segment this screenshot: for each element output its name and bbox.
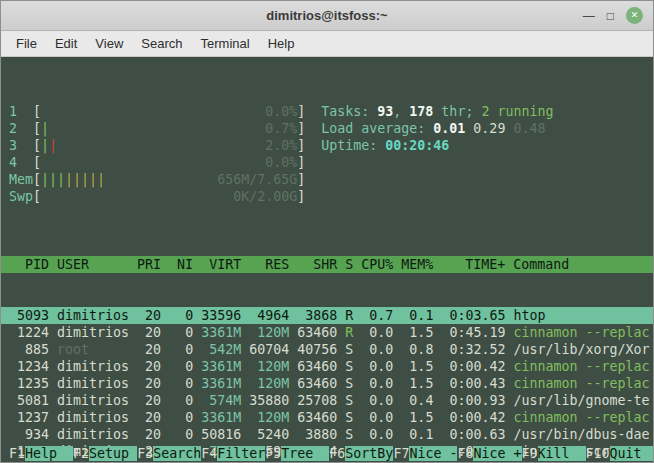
cell-pri: 20 (137, 342, 169, 357)
fkey-key: F3 (137, 446, 153, 461)
fkey-bar: F1Help F2Setup F3SearchF4FilterF5Tree F6… (9, 445, 653, 462)
fkey-key: F7 (393, 446, 409, 461)
cell-pid: 1235 (9, 376, 57, 391)
menu-edit[interactable]: Edit (46, 33, 86, 54)
tasks-summary: Tasks: 93, 178 thr; 2 running (321, 104, 553, 119)
maximize-icon[interactable]: □ (607, 8, 614, 24)
cell-cpu: 0.0 (361, 376, 401, 391)
cell-pid: 5081 (9, 393, 57, 408)
meter-value: 0.0% (265, 154, 297, 171)
fkey-f2[interactable]: F2Setup (73, 446, 137, 461)
menu-terminal[interactable]: Terminal (192, 33, 259, 54)
fkey-f5[interactable]: F5Tree (265, 446, 329, 461)
cell-cpu: 0.0 (361, 359, 401, 374)
cell-res: 120M (249, 376, 297, 391)
stat-segment: 0.29 (473, 121, 513, 136)
titlebar[interactable]: dimitrios@itsfoss:~ — □ ✕ (1, 1, 653, 31)
terminal[interactable]: 1 [0.0%] Tasks: 93, 178 thr; 2 running2 … (1, 57, 653, 462)
cell-cmd: cinnamon --replac (513, 376, 649, 391)
cpu-meter-3: 3 [||2.0%] Uptime: 00:20:46 (9, 137, 653, 154)
fkey-f10[interactable]: F10Quit (586, 446, 653, 461)
cell-virt: 33596 (201, 308, 249, 323)
fkey-key: F8 (457, 446, 473, 461)
cell-res: 5240 (249, 427, 297, 442)
fkey-f8[interactable]: F8Nice + (457, 446, 521, 461)
cell-time: 0:00.42 (441, 359, 513, 374)
cell-shr: 3868 (297, 308, 345, 323)
terminal-window: dimitrios@itsfoss:~ — □ ✕ File Edit View… (0, 0, 654, 463)
cell-ni: 0 (169, 308, 201, 323)
cell-time: 0:00.63 (441, 427, 513, 442)
stat-segment: 2 running (481, 104, 553, 119)
meter-bar: ||2.0% (41, 137, 297, 154)
process-row-934[interactable]: 934 dimitrios 20 0 50816 5240 3880 S 0.0… (9, 426, 653, 443)
process-row-1235[interactable]: 1235 dimitrios 20 0 3361M 120M 63460 S 0… (9, 375, 653, 392)
stat-segment: 0.48 (513, 121, 545, 136)
close-icon[interactable]: ✕ (626, 7, 643, 24)
fkey-f3[interactable]: F3Search (137, 446, 201, 461)
cell-ni: 0 (169, 410, 201, 425)
meter-bracket: ] (297, 121, 305, 136)
cell-mem: 1.5 (401, 359, 441, 374)
process-row-1224[interactable]: 1224 dimitrios 20 0 3361M 120M 63460 R 0… (9, 324, 653, 341)
cell-res: 60704 (249, 342, 297, 357)
cell-ni: 0 (169, 393, 201, 408)
cell-pid: 934 (9, 427, 57, 442)
fkey-label: Quit (610, 446, 653, 461)
fkey-key: F10 (586, 446, 610, 461)
cell-time: 0:00.42 (441, 410, 513, 425)
fkey-label: Setup (89, 446, 137, 461)
cell-ni: 0 (169, 427, 201, 442)
meter-mark: ||| (41, 172, 65, 187)
cell-cmd: cinnamon --replac (513, 410, 649, 425)
cell-res: 4964 (249, 308, 297, 323)
cell-pri: 20 (137, 376, 169, 391)
fkey-key: F9 (522, 446, 538, 461)
cell-virt: 50816 (201, 427, 249, 442)
stat-segment: thr (433, 104, 465, 119)
cell-pid: 885 (9, 342, 57, 357)
menu-search[interactable]: Search (132, 33, 191, 54)
cell-cpu: 0.0 (361, 410, 401, 425)
fkey-f7[interactable]: F7Nice - (393, 446, 457, 461)
cell-virt: 542M (201, 342, 249, 357)
process-row-1237[interactable]: 1237 dimitrios 20 0 3361M 120M 63460 S 0… (9, 409, 653, 426)
cell-res: 120M (249, 359, 297, 374)
fkey-label: Kill (538, 446, 586, 461)
fkey-label: Help (25, 446, 73, 461)
meter-mark: | (41, 121, 49, 136)
cell-cpu: 0.0 (361, 427, 401, 442)
cell-s: S (345, 393, 361, 408)
process-row-885[interactable]: 885 root 20 0 542M 60704 40756 S 0.0 0.8… (9, 341, 653, 358)
cell-res: 35880 (249, 393, 297, 408)
cell-mem: 1.5 (401, 325, 441, 340)
meter-bracket: ] (297, 104, 305, 119)
process-table-header[interactable]: PID USER PRI NI VIRT RES SHR S CPU% MEM%… (1, 256, 653, 273)
meter-bar: |0.7% (41, 120, 297, 137)
cell-pri: 20 (137, 393, 169, 408)
menu-help[interactable]: Help (259, 33, 304, 54)
fkey-f9[interactable]: F9Kill (522, 446, 586, 461)
process-row-1234[interactable]: 1234 dimitrios 20 0 3361M 120M 63460 S 0… (9, 358, 653, 375)
cell-ni: 0 (169, 325, 201, 340)
meter-caption: Swp (9, 189, 33, 204)
cpu-meter-1: 1 [0.0%] Tasks: 93, 178 thr; 2 running (9, 103, 653, 120)
cell-virt: 3361M (201, 376, 249, 391)
cell-time: 0:00.43 (441, 376, 513, 391)
cell-user: dimitrios (57, 427, 137, 442)
cell-shr: 3880 (297, 427, 345, 442)
process-row-5081[interactable]: 5081 dimitrios 20 0 574M 35880 25708 S 0… (9, 392, 653, 409)
fkey-f1[interactable]: F1Help (9, 446, 73, 461)
process-row-5093[interactable]: 5093 dimitrios 20 0 33596 4964 3868 R 0.… (1, 307, 653, 324)
fkey-label: Tree (281, 446, 329, 461)
fkey-f4[interactable]: F4Filter (201, 446, 265, 461)
stat-segment: 178 (409, 104, 433, 119)
menu-file[interactable]: File (7, 33, 46, 54)
cell-mem: 1.5 (401, 376, 441, 391)
menu-view[interactable]: View (86, 33, 132, 54)
minimize-icon[interactable]: — (583, 8, 595, 24)
window-controls: — □ ✕ (583, 7, 653, 24)
cell-ni: 0 (169, 376, 201, 391)
fkey-f6[interactable]: F6SortBy (329, 446, 393, 461)
cpu-meter-2: 2 [|0.7%] Load average: 0.01 0.29 0.48 (9, 120, 653, 137)
